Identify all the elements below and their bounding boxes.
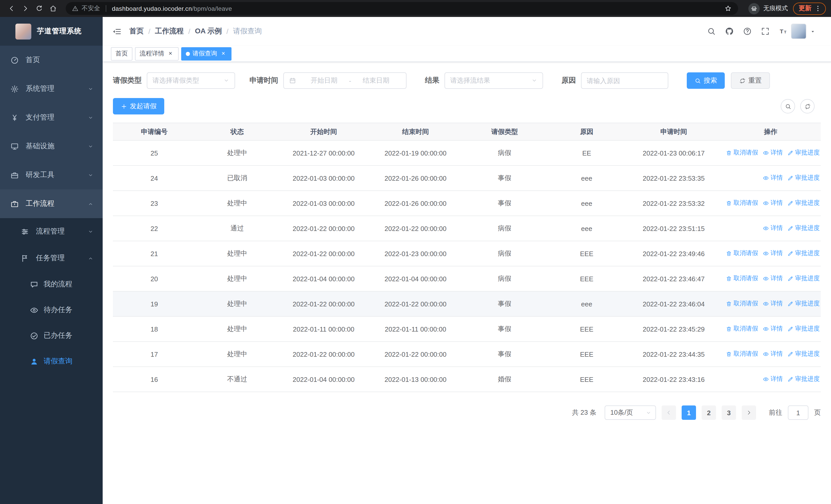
- action-detail-link[interactable]: 详情: [763, 224, 783, 233]
- action-cancel-link[interactable]: 取消请假: [726, 325, 758, 333]
- toggle-search-button[interactable]: [781, 99, 795, 113]
- action-progress-link[interactable]: 审批进度: [787, 224, 820, 233]
- sidebar-item-task-mgmt[interactable]: 任务管理: [0, 245, 103, 271]
- prev-page-button[interactable]: [662, 406, 676, 420]
- goto-page-input[interactable]: [788, 406, 808, 420]
- collapse-sidebar-icon[interactable]: [112, 26, 122, 36]
- action-progress-link[interactable]: 审批进度: [787, 199, 820, 208]
- action-progress-link[interactable]: 审批进度: [787, 274, 820, 283]
- action-cancel-link[interactable]: 取消请假: [726, 299, 758, 308]
- sidebar-item-payment[interactable]: 支付管理: [0, 103, 103, 132]
- tab-leave-query[interactable]: 请假查询×: [181, 47, 231, 60]
- sidebar-item-infrastructure[interactable]: 基础设施: [0, 132, 103, 161]
- forward-icon[interactable]: [19, 2, 32, 15]
- sidebar-item-leave-query[interactable]: 请假查询: [0, 349, 103, 374]
- action-progress-link[interactable]: 审批进度: [787, 299, 820, 308]
- action-detail-link[interactable]: 详情: [763, 249, 783, 258]
- action-detail-link[interactable]: 详情: [763, 174, 783, 182]
- create-leave-button[interactable]: 发起请假: [113, 98, 164, 114]
- action-cancel-link[interactable]: 取消请假: [726, 249, 758, 258]
- home-icon[interactable]: [47, 2, 60, 15]
- close-icon[interactable]: ×: [167, 50, 174, 57]
- breadcrumb-item[interactable]: OA 示例: [195, 27, 222, 36]
- font-size-icon[interactable]: TT: [779, 27, 788, 36]
- tab-process-detail[interactable]: 流程详情×: [135, 47, 179, 60]
- address-bar[interactable]: 不安全 dashboard.yudao.iocoder.cn/bpm/oa/le…: [66, 2, 738, 15]
- page-button-1[interactable]: 1: [682, 406, 696, 420]
- active-tab-dot: [186, 52, 190, 56]
- sidebar-item-label: 流程管理: [36, 227, 65, 236]
- cell-status: 处理中: [196, 241, 279, 266]
- sidebar-item-dev-tools[interactable]: 研发工具: [0, 161, 103, 189]
- column-header: 结束时间: [369, 123, 462, 140]
- refresh-table-button[interactable]: [800, 99, 814, 113]
- cell-actions: 取消请假详情审批进度: [721, 342, 821, 367]
- action-detail-link[interactable]: 详情: [763, 274, 783, 283]
- sidebar-item-done-task[interactable]: 已办任务: [0, 323, 103, 349]
- sidebar-item-label: 我的流程: [44, 280, 73, 289]
- question-icon[interactable]: [743, 27, 752, 36]
- cell-status: 通过: [196, 216, 279, 241]
- page-button-2[interactable]: 2: [701, 406, 716, 420]
- back-icon[interactable]: [5, 2, 18, 15]
- sidebar-item-process-mgmt[interactable]: 流程管理: [0, 218, 103, 245]
- sidebar-item-system[interactable]: 系统管理: [0, 75, 103, 103]
- table-body: 25处理中2021-12-27 00:00:002022-01-19 00:00…: [113, 140, 821, 392]
- sidebar-item-my-process[interactable]: 我的流程: [0, 271, 103, 297]
- next-page-button[interactable]: [742, 406, 756, 420]
- user-menu[interactable]: [791, 24, 815, 39]
- result-select[interactable]: 请选择流结果: [445, 72, 543, 89]
- more-menu-icon[interactable]: [814, 5, 822, 12]
- table-row: 21处理中2022-01-22 00:00:002022-01-23 00:00…: [113, 241, 821, 266]
- action-detail-link[interactable]: 详情: [763, 199, 783, 208]
- reset-button[interactable]: 重置: [731, 72, 770, 89]
- url-text[interactable]: dashboard.yudao.iocoder.cn/bpm/oa/leave: [112, 5, 232, 12]
- tab-home[interactable]: 首页: [111, 47, 133, 60]
- action-progress-link[interactable]: 审批进度: [787, 149, 820, 157]
- action-progress-link[interactable]: 审批进度: [787, 375, 820, 384]
- search-button[interactable]: 搜索: [687, 72, 725, 89]
- breadcrumb-item[interactable]: 请假查询: [233, 27, 262, 36]
- svg-text:T: T: [784, 30, 786, 34]
- action-detail-link[interactable]: 详情: [763, 325, 783, 333]
- delete-icon: [726, 326, 732, 332]
- search-icon[interactable]: [707, 27, 716, 36]
- action-progress-link[interactable]: 审批进度: [787, 174, 820, 182]
- action-detail-link[interactable]: 详情: [763, 350, 783, 358]
- total-count: 共 23 条: [572, 408, 596, 417]
- cell-leave-type: 病假: [462, 140, 547, 166]
- page-size-select[interactable]: 10条/页: [605, 406, 656, 420]
- reason-input[interactable]: [581, 72, 668, 89]
- fullscreen-icon[interactable]: [761, 27, 770, 36]
- reload-icon[interactable]: [33, 2, 46, 15]
- divider: [106, 5, 106, 12]
- breadcrumb-item[interactable]: 工作流程: [155, 27, 184, 36]
- github-icon[interactable]: [725, 27, 734, 36]
- pagination: 共 23 条 10条/页 123 前往 页: [113, 406, 821, 420]
- sidebar-item-todo-task[interactable]: 待办任务: [0, 297, 103, 323]
- action-progress-link[interactable]: 审批进度: [787, 350, 820, 358]
- action-detail-link[interactable]: 详情: [763, 149, 783, 157]
- action-progress-link[interactable]: 审批进度: [787, 325, 820, 333]
- action-cancel-link[interactable]: 取消请假: [726, 274, 758, 283]
- gear-icon: [10, 84, 19, 93]
- page-button-3[interactable]: 3: [722, 406, 736, 420]
- apply-time-range-picker[interactable]: 开始日期 - 结束日期: [283, 72, 406, 89]
- sidebar-item-home[interactable]: 首页: [0, 46, 103, 75]
- sidebar-item-label: 已办任务: [44, 331, 73, 340]
- action-detail-link[interactable]: 详情: [763, 375, 783, 384]
- tab-label: 请假查询: [193, 49, 217, 58]
- action-cancel-link[interactable]: 取消请假: [726, 350, 758, 358]
- browser-menu-button[interactable]: 更新: [793, 2, 826, 14]
- sidebar-item-workflow[interactable]: 工作流程: [0, 189, 103, 218]
- update-label[interactable]: 更新: [799, 4, 811, 13]
- bookmark-star-icon[interactable]: [724, 5, 732, 12]
- security-label[interactable]: 不安全: [82, 4, 100, 13]
- action-cancel-link[interactable]: 取消请假: [726, 199, 758, 208]
- breadcrumb-item[interactable]: 首页: [130, 27, 144, 36]
- leave-type-select[interactable]: 请选择请假类型: [147, 72, 235, 89]
- action-cancel-link[interactable]: 取消请假: [726, 149, 758, 157]
- action-progress-link[interactable]: 审批进度: [787, 249, 820, 258]
- action-detail-link[interactable]: 详情: [763, 299, 783, 308]
- close-icon[interactable]: ×: [220, 50, 227, 57]
